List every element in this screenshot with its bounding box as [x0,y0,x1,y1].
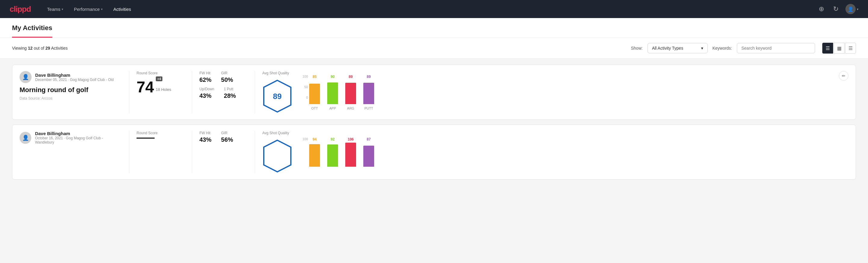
quality-section-1: Avg Shot Quality 89 100 50 0 [262,71,839,113]
user-avatar-button[interactable]: 👤 ▾ [845,4,858,14]
divider-card2-1 [129,131,129,173]
hex-value-1: 89 [273,91,282,101]
avg-shot-label-1: Avg Shot Quality [262,71,289,75]
gir-value-2: 56% [221,136,233,143]
avatar-2: 👤 [20,132,31,144]
score-holes-1: 18 Holes [156,87,171,92]
fw-gir-section-2: FW Hit 43% GIR 56% [199,131,248,147]
gir-label-1: GIR [221,71,233,75]
bar-arg-2: 106 [345,137,356,167]
fw-hit-label-1: FW Hit [199,71,211,75]
round-score-label-2: Round Score [136,131,185,135]
bar-app-1: 90 APP [327,75,338,110]
data-source-1: Data Source: Arccos [20,96,122,100]
refresh-icon[interactable]: ↻ [831,4,841,14]
viewing-count-text: Viewing 12 out of 29 Activities [12,46,626,51]
activity-card-1: 👤 Dave Billingham December 05, 2021 · Go… [12,65,856,120]
activity-card-2: 👤 Dave Billingham October 16, 2021 · Gog… [12,124,856,180]
user-row-1: 👤 Dave Billingham December 05, 2021 · Go… [20,71,122,83]
round-score-value-1: 74 +4 18 Holes [136,77,185,95]
divider-card2-3 [255,131,255,173]
fw-hit-stat-1: FW Hit 62% [199,71,211,83]
user-row-2: 👤 Dave Billingham October 16, 2021 · Gog… [20,131,122,144]
fw-hit-value-2: 43% [199,136,211,143]
chart-y-axis-1: 100 50 0 [300,75,308,105]
updown-stat-1: Up/Down 43% [199,87,214,99]
divider-card2-2 [192,131,192,173]
oneputt-stat-1: 1 Putt 28% [224,87,236,99]
add-icon[interactable]: ⊕ [816,4,826,14]
round-score-label-1: Round Score [136,71,185,75]
chart-container-2: 100 94 92 [300,137,374,167]
hexagon-container-1: 89 [262,79,292,113]
user-info-2: Dave Billingham October 16, 2021 · Gog M… [35,131,122,144]
search-input[interactable] [737,43,815,53]
oneputt-label-1: 1 Putt [224,87,236,91]
divider-2 [192,71,192,113]
bar-arg-1: 89 ARG [345,75,356,110]
user-date-2: October 16, 2021 · Gog Magog Golf Club -… [35,136,122,144]
gir-stat-1: GIR 50% [221,71,233,83]
nav-right: ⊕ ↻ 👤 ▾ [816,4,858,14]
filter-bar: Viewing 12 out of 29 Activities Show: Al… [0,38,868,59]
avg-shot-label-2: Avg Shot Quality [262,131,289,135]
view-list-compact-button[interactable]: ☰ [822,43,833,54]
avatar: 👤 [845,4,856,14]
logo[interactable]: clippd [10,4,31,14]
fw-hit-value-1: 62% [199,77,211,83]
page-header: My Activities [0,18,868,38]
nav-performance[interactable]: Performance ▾ [70,4,107,14]
updown-label-1: Up/Down [199,87,214,91]
chart-y-axis-2: 100 [300,137,308,167]
teams-chevron-icon: ▾ [62,7,63,11]
nav-items: Teams ▾ Performance ▾ Activities [43,4,816,14]
bar-groups-1: 85 OTT 90 APP [309,75,374,110]
bar-ott-2: 94 [309,137,320,167]
view-toggles: ☰ ▦ ☰ [822,43,856,54]
user-info-1: Dave Billingham December 05, 2021 · Gog … [35,72,114,82]
gir-label-2: GIR [221,131,233,135]
divider-1 [129,71,129,113]
stat-pair-2: FW Hit 43% GIR 56% [199,131,248,147]
bar-groups-2: 94 92 106 [309,137,374,167]
divider-3 [255,71,255,113]
updown-value-1: 43% [199,92,214,99]
score-number-1: 74 [136,79,154,95]
activities-content: 👤 Dave Billingham December 05, 2021 · Go… [0,59,868,186]
stat-pair-bottom-1: Up/Down 43% 1 Putt 28% [199,87,248,103]
avatar-chevron-icon: ▾ [857,7,858,11]
performance-chevron-icon: ▾ [101,7,102,11]
view-list-detail-button[interactable]: ☰ [845,43,856,54]
show-label: Show: [631,46,643,51]
gir-stat-2: GIR 56% [221,131,233,143]
score-section-2: Round Score [136,131,185,139]
gir-value-1: 50% [221,77,233,83]
fw-hit-label-2: FW Hit [199,131,211,135]
user-name-2: Dave Billingham [35,131,122,136]
dropdown-chevron-icon: ▾ [701,46,703,51]
fw-gir-section-1: FW Hit 62% GIR 50% Up/Down 43% 1 Putt 28… [199,71,248,103]
view-grid-button[interactable]: ▦ [834,43,844,54]
edit-button-1[interactable]: ✏ [839,71,848,81]
svg-marker-1 [264,140,291,172]
bar-putt-2: 87 [363,137,374,167]
bar-app-2: 92 [327,137,338,167]
activity-type-dropdown[interactable]: All Activity Types ▾ [648,43,708,53]
bar-putt-1: 89 PUTT [363,75,374,110]
user-date-1: December 05, 2021 · Gog Magog Golf Club … [35,78,114,82]
oneputt-value-1: 28% [224,92,236,99]
navbar: clippd Teams ▾ Performance ▾ Activities … [0,0,868,18]
card-left-2: 👤 Dave Billingham October 16, 2021 · Gog… [20,131,122,147]
nav-teams[interactable]: Teams ▾ [43,4,67,14]
card-left-1: 👤 Dave Billingham December 05, 2021 · Go… [20,71,122,100]
nav-activities[interactable]: Activities [109,4,135,14]
activity-title-1: Morning round of golf [20,86,122,94]
bar-ott-1: 85 OTT [309,75,320,110]
score-placeholder-2 [136,138,155,139]
page-title: My Activities [12,18,52,38]
avatar-1: 👤 [20,71,32,83]
keywords-label: Keywords: [713,46,732,51]
fw-hit-stat-2: FW Hit 43% [199,131,211,143]
user-name-1: Dave Billingham [35,72,114,78]
score-section-1: Round Score 74 +4 18 Holes [136,71,185,95]
